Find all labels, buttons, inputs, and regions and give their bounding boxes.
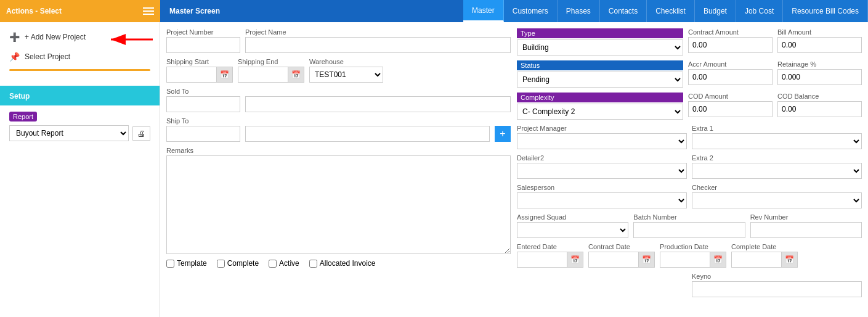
status-row: Status Pending Accr Amount Retainage % (517, 60, 862, 88)
complete-date-input[interactable] (732, 252, 781, 267)
bill-amount-input[interactable] (777, 37, 862, 53)
extra2-select[interactable] (692, 163, 862, 179)
project-number-label: Project Number (166, 28, 240, 36)
rev-number-group: Rev Number (750, 213, 862, 238)
entered-date-field: 📅 (517, 252, 583, 268)
keyno-row: Keyno (517, 273, 862, 297)
allocated-invoice-checkbox[interactable] (309, 260, 317, 268)
shipping-end-group: Shipping End 📅 (238, 58, 304, 83)
bill-amount-group: Bill Amount (777, 28, 862, 53)
shipping-end-input[interactable] (238, 67, 288, 82)
keyno-label: Keyno (692, 273, 862, 280)
contract-date-cal-button[interactable]: 📅 (638, 252, 654, 267)
assigned-squad-group: Assigned Squad (517, 213, 628, 238)
complete-date-cal-button[interactable]: 📅 (781, 252, 797, 267)
assigned-squad-label: Assigned Squad (517, 213, 628, 221)
add-new-project-item[interactable]: ➕ + Add New Project (0, 27, 160, 47)
print-button[interactable]: 🖨 (132, 126, 150, 141)
plus-icon: ➕ (9, 32, 20, 42)
cod-amount-group: COD Amount (688, 93, 773, 117)
warehouse-select[interactable]: TEST001 (309, 67, 383, 83)
complexity-badge: Complexity (517, 93, 683, 102)
tab-budget[interactable]: Budget (695, 0, 736, 22)
status-group: Status Pending (517, 60, 683, 88)
extra1-select[interactable] (692, 133, 862, 149)
tab-checklist[interactable]: Checklist (647, 0, 695, 22)
select-project-item[interactable]: 📌 Select Project (0, 47, 160, 67)
tab-resource-bill-codes[interactable]: Resource Bill Codes (783, 0, 868, 22)
complete-date-group: Complete Date 📅 (731, 243, 798, 268)
complete-date-label: Complete Date (731, 243, 798, 250)
contract-date-input[interactable] (589, 252, 638, 267)
complexity-group: Complexity C- Complexity 2 (517, 93, 683, 120)
sold-to-input[interactable] (166, 96, 240, 112)
ship-to-input[interactable] (166, 126, 240, 142)
salesperson-select[interactable] (517, 192, 687, 208)
report-section: Report Buyout Report 🖨 (0, 105, 160, 147)
retainage-pct-input[interactable] (777, 69, 862, 85)
active-checkbox-item: Active (269, 259, 299, 268)
entered-date-group: Entered Date 📅 (517, 243, 583, 268)
complexity-select[interactable]: C- Complexity 2 (517, 104, 683, 120)
assigned-squad-select[interactable] (517, 222, 628, 238)
sold-to-2-input[interactable] (245, 96, 511, 112)
accr-amount-input[interactable] (688, 69, 773, 85)
ship-to-plus-button[interactable]: + (495, 126, 511, 142)
project-name-input[interactable] (245, 37, 511, 53)
ship-to-2-input[interactable] (245, 126, 490, 142)
detailer2-select[interactable] (517, 163, 687, 179)
shipping-start-input[interactable] (167, 67, 216, 82)
production-date-field: 📅 (660, 252, 726, 268)
contract-amount-input[interactable] (688, 37, 773, 53)
shipping-start-group: Shipping Start 📅 (166, 58, 233, 83)
detailer2-label: Detailer2 (517, 154, 687, 162)
tab-contacts[interactable]: Contacts (600, 0, 647, 22)
contract-amount-label: Contract Amount (688, 28, 773, 36)
form-right: Type Building Contract Amount Bill Amoun… (517, 28, 862, 302)
checker-select[interactable] (692, 192, 862, 208)
template-checkbox[interactable] (166, 260, 174, 268)
tab-phases[interactable]: Phases (558, 0, 600, 22)
detailer2-extra2-row: Detailer2 Extra 2 (517, 154, 862, 179)
complete-label: Complete (227, 259, 259, 268)
active-checkbox[interactable] (269, 260, 277, 268)
contract-date-field: 📅 (588, 252, 655, 268)
tab-master[interactable]: Master (463, 0, 504, 22)
actions-select-label: Actions - Select (6, 7, 62, 15)
type-row: Type Building Contract Amount Bill Amoun… (517, 28, 862, 56)
complete-checkbox-item: Complete (217, 259, 259, 268)
master-screen-title: Master Screen (160, 0, 463, 22)
batch-number-input[interactable] (633, 222, 745, 238)
shipping-start-cal-button[interactable]: 📅 (216, 67, 232, 82)
project-manager-select[interactable] (517, 133, 687, 149)
retainage-pct-label: Retainage % (777, 60, 862, 68)
keyno-input[interactable] (692, 281, 862, 297)
tab-job-cost[interactable]: Job Cost (736, 0, 783, 22)
rev-number-label: Rev Number (750, 213, 862, 221)
tab-customers[interactable]: Customers (504, 0, 558, 22)
production-date-group: Production Date 📅 (660, 243, 726, 268)
shipping-end-datefield: 📅 (238, 67, 304, 83)
remarks-textarea[interactable] (166, 155, 511, 254)
warehouse-label: Warehouse (309, 58, 383, 65)
production-date-input[interactable] (660, 252, 710, 267)
batch-number-label: Batch Number (633, 213, 745, 221)
rev-number-input[interactable] (750, 222, 862, 238)
entered-date-cal-button[interactable]: 📅 (567, 252, 583, 267)
cod-amount-input[interactable] (688, 101, 773, 117)
shipping-end-cal-button[interactable]: 📅 (288, 67, 304, 82)
shipping-row: Shipping Start 📅 Shipping End 📅 (166, 58, 511, 83)
salesperson-label: Salesperson (517, 184, 687, 191)
cod-balance-input[interactable] (777, 101, 862, 117)
complete-checkbox[interactable] (217, 260, 225, 268)
remarks-label: Remarks (166, 147, 511, 154)
project-number-input[interactable] (166, 37, 240, 53)
buyout-report-select[interactable]: Buyout Report (9, 125, 129, 141)
type-select[interactable]: Building (517, 39, 683, 56)
hamburger-menu-icon[interactable] (143, 7, 154, 15)
entered-date-input[interactable] (517, 252, 567, 267)
ship-to-2-group (245, 126, 490, 142)
cod-amount-label: COD Amount (688, 93, 773, 100)
production-date-cal-button[interactable]: 📅 (710, 252, 726, 267)
status-select[interactable]: Pending (517, 72, 683, 88)
